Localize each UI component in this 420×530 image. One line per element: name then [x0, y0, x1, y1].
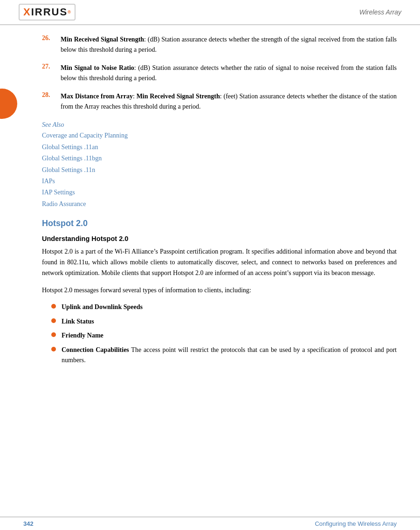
item-content-26: Min Received Signal Strength: (dB) Stati… — [61, 34, 397, 55]
item-number-27: 27. — [42, 63, 61, 84]
header-right-text: Wireless Array — [359, 8, 401, 16]
hotspot-paragraph1: Hotspot 2.0 is a part of the Wi-Fi Allia… — [42, 246, 397, 278]
page-footer: 342 Configuring the Wireless Array — [0, 516, 420, 530]
logo-container: XIRRUS ® — [19, 4, 76, 21]
see-also-link-radio-assurance[interactable]: Radio Assurance — [42, 199, 397, 209]
item-number-26: 26. — [42, 34, 61, 55]
item-separator-26: : — [144, 36, 148, 43]
logo-box: XIRRUS ® — [19, 4, 76, 21]
bullet-text-link-status: Link Status — [62, 317, 94, 327]
bullet-text-friendly-name: Friendly Name — [62, 330, 103, 341]
list-item: 28. Max Distance from Array: Min Receive… — [42, 91, 397, 112]
see-also-link-iaps[interactable]: IAPs — [42, 176, 397, 186]
item-content-28: Max Distance from Array: Min Received Si… — [61, 91, 397, 112]
logo-x: X — [23, 6, 31, 18]
item-content-27: Min Signal to Noise Ratio: (dB) Station … — [61, 63, 397, 84]
list-item: Uplink and Downlink Speeds — [51, 302, 397, 312]
footer-right-text: Configuring the Wireless Array — [315, 520, 397, 527]
item-label-28b: Min Received Signal Strength — [137, 93, 220, 100]
bullet-list: Uplink and Downlink Speeds Link Status F… — [51, 302, 397, 365]
footer-page-number: 342 — [23, 520, 34, 527]
see-also-label: See Also — [42, 121, 397, 129]
bullet-text-connection-capabilities: Connection Capabilities The access point… — [62, 345, 397, 366]
main-content: 26. Min Received Signal Strength: (dB) S… — [0, 25, 420, 379]
bullet-dot-icon — [51, 347, 56, 351]
list-item: 27. Min Signal to Noise Ratio: (dB) Stat… — [42, 63, 397, 84]
item-sep-28a: : — [133, 93, 137, 100]
see-also-links: Coverage and Capacity Planning Global Se… — [42, 131, 397, 209]
see-also-link-global11an[interactable]: Global Settings .11an — [42, 142, 397, 152]
bullet-dot-icon — [51, 304, 56, 309]
item-label-26: Min Received Signal Strength — [61, 36, 144, 43]
list-item: Link Status — [51, 317, 397, 327]
see-also-section: See Also Coverage and Capacity Planning … — [42, 121, 397, 209]
logo-rest: IRRUS — [31, 6, 68, 18]
logo-registered: ® — [68, 10, 71, 14]
list-item: Friendly Name — [51, 330, 397, 341]
see-also-link-global11bgn[interactable]: Global Settings .11bgn — [42, 153, 397, 164]
bullet-dot-icon — [51, 318, 56, 323]
logo-text: XIRRUS — [23, 6, 68, 18]
page-header: XIRRUS ® Wireless Array — [0, 0, 420, 25]
hotspot-paragraph2: Hotspot 2.0 messages forward several typ… — [42, 285, 397, 296]
see-also-link-coverage[interactable]: Coverage and Capacity Planning — [42, 131, 397, 141]
item-label-27: Min Signal to Noise Ratio — [61, 64, 134, 71]
see-also-link-global11n[interactable]: Global Settings .11n — [42, 165, 397, 175]
list-item: 26. Min Received Signal Strength: (dB) S… — [42, 34, 397, 55]
hotspot-heading: Hotspot 2.0 — [42, 219, 397, 228]
bullet-dot-icon — [51, 332, 56, 337]
list-item: Connection Capabilities The access point… — [51, 345, 397, 366]
hotspot-sub-heading: Understanding Hotspot 2.0 — [42, 235, 397, 242]
item-label-28a: Max Distance from Array — [61, 93, 133, 100]
see-also-link-iap-settings[interactable]: IAP Settings — [42, 187, 397, 198]
item-number-28: 28. — [42, 91, 61, 112]
bullet-text-uplink: Uplink and Downlink Speeds — [62, 302, 143, 312]
